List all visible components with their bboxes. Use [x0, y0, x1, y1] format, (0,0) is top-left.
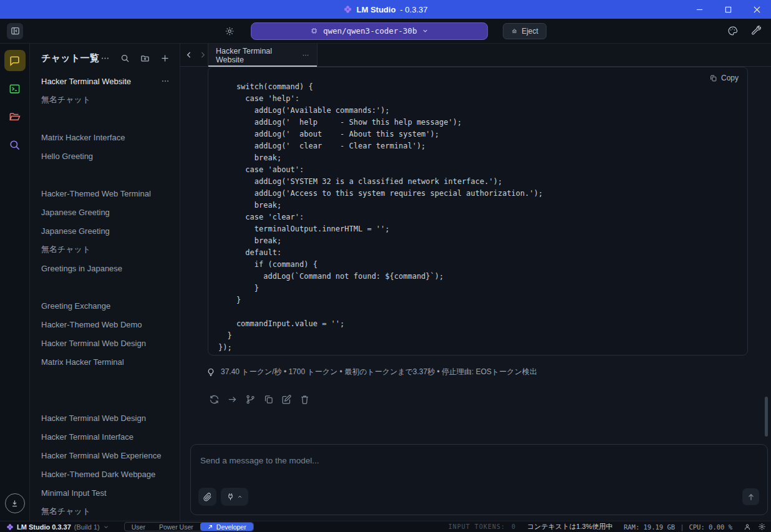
chat-item[interactable]: Hacker Terminal Website	[30, 72, 180, 90]
maximize-button[interactable]	[714, 0, 742, 19]
input-tokens-value: 0	[512, 523, 516, 530]
chat-item[interactable]: Hacker Terminal Web Design	[30, 334, 180, 352]
message-actions	[209, 394, 310, 405]
chevron-down-icon	[422, 27, 429, 34]
chat-bubble-icon	[9, 55, 21, 67]
chat-item-label: Japanese Greeting	[41, 226, 110, 236]
lmstudio-logo-icon	[6, 523, 14, 531]
send-button[interactable]	[742, 488, 759, 505]
nav-developer-button[interactable]	[4, 78, 26, 99]
theme-palette-icon[interactable]	[727, 26, 738, 36]
regenerate-icon[interactable]	[209, 394, 220, 405]
mode-user[interactable]: User	[125, 523, 152, 531]
toolbar-right	[727, 26, 761, 36]
mode-selector: User Power User Developer	[124, 522, 254, 531]
chat-item[interactable]: Matrix Hacker Terminal	[30, 352, 180, 371]
attach-file-button[interactable]	[198, 488, 216, 506]
input-placeholder: Send a message to the model...	[200, 456, 319, 465]
model-name: qwen/qwen3-coder-30b	[323, 26, 417, 36]
mode-developer[interactable]: Developer	[200, 523, 253, 531]
settings-gear-icon[interactable]	[225, 26, 235, 36]
branch-icon[interactable]	[245, 394, 256, 405]
separator: |	[680, 523, 684, 531]
message-input[interactable]: Send a message to the model...	[190, 444, 768, 515]
continue-arrow-icon[interactable]	[227, 394, 238, 405]
tab-label: Hacker Terminal Website	[216, 47, 296, 64]
ram-usage: RAM: 19.19 GB	[624, 523, 675, 531]
chat-item-label: Hello Greeting	[41, 152, 93, 161]
stats-text: 37.40 トークン/秒 • 1700 トークン • 最初のトークンまで3.37…	[221, 367, 537, 377]
user-account-icon[interactable]	[744, 523, 751, 531]
tab-menu-icon[interactable]	[302, 51, 309, 59]
chat-item[interactable]: Hacker-Themed Web Demo	[30, 315, 180, 334]
chat-main-area: Hacker Terminal Website Copy switch(comm…	[180, 44, 771, 521]
tab-forward-icon[interactable]	[198, 50, 208, 60]
chat-item[interactable]: Japanese Greeting	[30, 221, 180, 240]
lightbulb-icon	[206, 368, 215, 377]
chat-item[interactable]: Greetings in Japanese	[30, 259, 180, 278]
nav-models-button[interactable]	[4, 106, 26, 127]
paperclip-icon	[203, 493, 212, 501]
new-folder-icon[interactable]	[140, 54, 150, 63]
lmstudio-logo-icon	[344, 5, 352, 14]
nav-chat-button[interactable]	[4, 50, 26, 71]
tab-hacker-terminal-website[interactable]: Hacker Terminal Website	[208, 44, 318, 67]
folder-icon	[9, 111, 21, 123]
context-usage: コンテキストは1.3%使用中	[527, 522, 613, 531]
delete-icon[interactable]	[299, 394, 310, 405]
minimize-icon	[696, 6, 703, 13]
chat-item[interactable]: Matrix Hacker Interface	[30, 128, 180, 147]
eject-model-button[interactable]: Eject	[503, 23, 546, 39]
statusbar-app-info[interactable]: LM Studio 0.3.37 (Build 1)	[6, 523, 109, 531]
chat-item-label: Hacker-Themed Web Terminal	[41, 189, 151, 198]
minimize-button[interactable]	[685, 0, 714, 19]
system-resources: RAM: 19.19 GB | CPU: 0.00 %	[624, 523, 732, 531]
chat-item-label: Matrix Hacker Interface	[41, 133, 125, 142]
plugins-button[interactable]	[221, 488, 248, 506]
search-chats-icon[interactable]	[120, 54, 130, 63]
eject-label: Eject	[521, 27, 538, 36]
chat-item[interactable]: Greeting Exchange	[30, 296, 180, 315]
edit-icon[interactable]	[281, 394, 292, 405]
status-bar: LM Studio 0.3.37 (Build 1) User Power Us…	[0, 521, 771, 532]
chat-item-label: Matrix Hacker Terminal	[41, 357, 124, 367]
model-selector[interactable]: qwen/qwen3-coder-30b	[251, 22, 488, 40]
chat-item[interactable]: Hello Greeting	[30, 147, 180, 165]
chat-item-menu-icon[interactable]	[161, 77, 170, 85]
statusbar-app-name: LM Studio 0.3.37	[17, 523, 71, 531]
copy-code-button[interactable]: Copy	[709, 74, 739, 82]
chat-item[interactable]: 無名チャット	[30, 90, 180, 109]
settings-gear-icon[interactable]	[758, 523, 766, 531]
chat-item[interactable]: Hacker Terminal Web Experience	[30, 446, 180, 465]
chat-group: Greeting Exchange Hacker-Themed Web Demo…	[30, 296, 180, 371]
downloads-button[interactable]	[5, 493, 25, 513]
plug-icon	[226, 493, 235, 501]
chat-item[interactable]: 無名チャット	[30, 240, 180, 259]
input-tokens: INPUT TOKENS: 0	[449, 523, 516, 530]
mode-power-user[interactable]: Power User	[152, 523, 200, 531]
chat-item-label: 無名チャット	[41, 244, 90, 255]
chat-item[interactable]: Minimal Input Test	[30, 483, 180, 502]
tab-back-icon[interactable]	[184, 50, 194, 60]
titlebar: LM Studio - 0.3.37	[0, 0, 771, 19]
nav-discover-button[interactable]	[4, 134, 26, 155]
window-controls	[685, 0, 771, 19]
chevron-up-icon	[237, 494, 243, 500]
copy-message-icon[interactable]	[263, 394, 274, 405]
dev-wrench-icon[interactable]	[750, 26, 761, 36]
close-button[interactable]	[742, 0, 771, 19]
more-options-icon[interactable]	[100, 54, 110, 63]
chat-item[interactable]: Japanese Greeting	[30, 203, 180, 221]
chat-item[interactable]: 無名チャット	[30, 502, 180, 521]
collapse-sidebar-button[interactable]	[7, 23, 23, 39]
cpu-usage: CPU: 0.00 %	[689, 523, 732, 531]
chat-item[interactable]: Hacker Terminal Interface	[30, 427, 180, 446]
copy-label: Copy	[721, 74, 739, 82]
chat-group: Hacker Terminal Web Design Hacker Termin…	[30, 409, 180, 521]
chat-item[interactable]: Hacker Terminal Web Design	[30, 409, 180, 427]
tab-bar: Hacker Terminal Website	[180, 44, 771, 67]
new-chat-icon[interactable]	[160, 54, 170, 63]
chat-item[interactable]: Hacker-Themed Dark Webpage	[30, 465, 180, 483]
chat-item[interactable]: Hacker-Themed Web Terminal	[30, 184, 180, 203]
scrollbar-thumb[interactable]	[765, 397, 768, 437]
